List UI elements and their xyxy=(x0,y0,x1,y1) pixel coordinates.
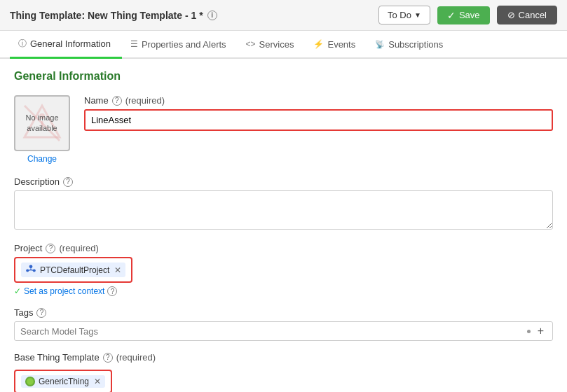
base-thing-label-text: Base Thing Template xyxy=(14,352,100,363)
content-area: General Information No image available C… xyxy=(0,59,567,392)
cancel-label: Cancel xyxy=(519,10,547,20)
checkmark-icon: ✓ xyxy=(14,286,21,296)
name-field-wrapper: Name ? (required) xyxy=(84,95,553,131)
image-box: No image available Change xyxy=(14,95,70,164)
project-label-text: Project xyxy=(14,243,42,253)
todo-label: To Do xyxy=(388,10,411,20)
general-tab-icon: ⓘ xyxy=(18,38,27,50)
svg-line-9 xyxy=(31,270,34,271)
project-label: Project ? (required) xyxy=(14,243,553,253)
base-thing-group: Base Thing Template ? (required) Generic… xyxy=(14,352,553,392)
tags-group: Tags ? + xyxy=(14,307,553,341)
subscriptions-tab-icon: 📡 xyxy=(375,40,385,49)
project-info-icon[interactable]: ? xyxy=(46,244,55,253)
header-title: Thing Template: New Thing Template - 1 *… xyxy=(10,10,371,21)
save-checkmark-icon: ✓ xyxy=(447,10,456,21)
name-required-text: (required) xyxy=(125,95,165,106)
base-thing-info-icon[interactable]: ? xyxy=(103,353,113,363)
project-tag-close-icon[interactable]: ✕ xyxy=(114,265,121,275)
base-thing-label: Base Thing Template ? (required) xyxy=(14,352,553,363)
base-thing-red-box: GenericThing ✕ xyxy=(14,370,112,392)
project-icon xyxy=(25,264,36,276)
no-image-text: No image available xyxy=(15,113,69,134)
properties-tab-icon: ☰ xyxy=(130,39,138,49)
generic-thing-icon xyxy=(25,377,35,386)
name-image-row: No image available Change Name ? (requir… xyxy=(14,95,553,164)
tags-label-text: Tags xyxy=(14,307,33,318)
tab-subscriptions-label: Subscriptions xyxy=(388,39,443,50)
change-image-link[interactable]: Change xyxy=(27,154,57,164)
header: Thing Template: New Thing Template - 1 *… xyxy=(0,0,567,31)
project-name: PTCDefaultProject xyxy=(40,265,109,275)
tabs-bar: ⓘ General Information ☰ Properties and A… xyxy=(0,31,567,59)
tags-input-wrapper: + xyxy=(14,321,553,341)
tab-events-label: Events xyxy=(327,39,355,50)
section-title: General Information xyxy=(14,70,553,83)
save-label: Save xyxy=(459,10,480,20)
tab-properties-label: Properties and Alerts xyxy=(142,39,226,50)
description-info-icon[interactable]: ? xyxy=(63,177,73,187)
services-tab-icon: <> xyxy=(246,39,256,49)
tab-subscriptions[interactable]: 📡 Subscriptions xyxy=(367,31,454,59)
project-group: Project ? (required) PTCDefaultPro xyxy=(14,243,553,296)
dot-indicator xyxy=(527,330,531,333)
save-button[interactable]: ✓ Save xyxy=(437,6,490,24)
cancel-button[interactable]: ⊘ Cancel xyxy=(497,6,557,24)
tab-general-label: General Information xyxy=(30,38,111,49)
events-tab-icon: ⚡ xyxy=(313,39,324,49)
tags-info-icon[interactable]: ? xyxy=(36,308,46,318)
name-field-label: Name ? (required) xyxy=(84,95,553,106)
svg-line-8 xyxy=(27,270,31,271)
cancel-icon: ⊘ xyxy=(507,10,515,20)
description-label-text: Description xyxy=(14,176,60,187)
context-info-icon[interactable]: ? xyxy=(107,286,117,296)
description-group: Description ? xyxy=(14,176,553,232)
base-thing-tag-close-icon[interactable]: ✕ xyxy=(94,377,101,386)
description-label: Description ? xyxy=(14,176,553,187)
generic-thing-name: GenericThing xyxy=(39,377,89,386)
name-label-text: Name xyxy=(84,95,109,106)
tab-services-label: Services xyxy=(259,39,294,50)
todo-button[interactable]: To Do ▼ xyxy=(378,6,430,24)
description-textarea[interactable] xyxy=(14,190,553,230)
no-image-placeholder: No image available xyxy=(14,95,70,151)
project-red-box: PTCDefaultProject ✕ xyxy=(14,257,132,283)
header-info-icon[interactable]: i xyxy=(207,10,217,20)
tab-general[interactable]: ⓘ General Information xyxy=(10,31,122,59)
tab-properties[interactable]: ☰ Properties and Alerts xyxy=(122,31,238,59)
name-input[interactable] xyxy=(84,109,553,131)
name-info-icon[interactable]: ? xyxy=(112,96,122,106)
tab-events[interactable]: ⚡ Events xyxy=(305,31,367,59)
project-group-icon xyxy=(25,264,36,274)
tab-services[interactable]: <> Services xyxy=(238,31,306,59)
generic-thing-tag: GenericThing ✕ xyxy=(21,375,105,388)
base-thing-required-text: (required) xyxy=(116,352,156,363)
tags-add-button[interactable]: + xyxy=(535,325,547,337)
tags-label: Tags ? xyxy=(14,307,553,318)
tags-search-input[interactable] xyxy=(20,326,521,337)
thing-template-label: Thing Template: New Thing Template - 1 * xyxy=(10,10,203,21)
set-as-project-context[interactable]: ✓ Set as project context ? xyxy=(14,286,553,296)
svg-point-4 xyxy=(29,265,33,268)
project-required-text: (required) xyxy=(59,243,98,253)
project-tag: PTCDefaultProject ✕ xyxy=(21,262,125,277)
chevron-down-icon: ▼ xyxy=(414,11,421,19)
set-as-context-label: Set as project context xyxy=(24,286,104,296)
